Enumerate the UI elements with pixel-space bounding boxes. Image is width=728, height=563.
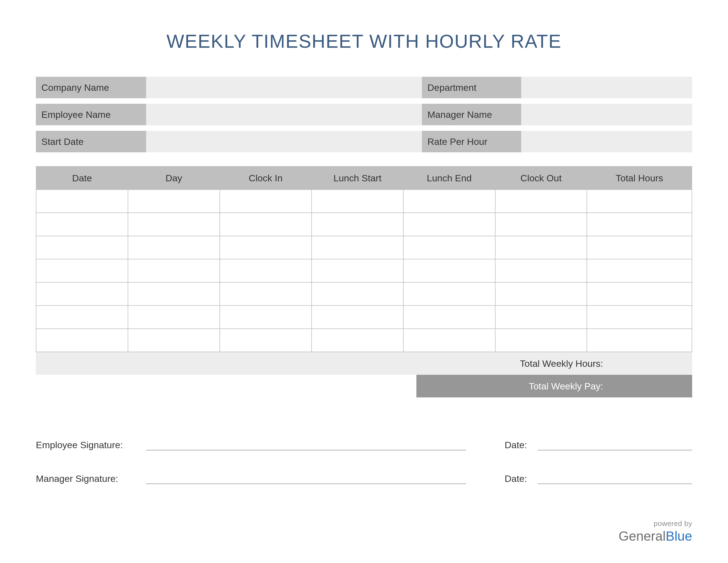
manager-signature-row: Manager Signature: Date: — [36, 473, 692, 484]
cell-lunch-end[interactable] — [403, 236, 495, 259]
cell-lunch-end[interactable] — [403, 189, 495, 213]
col-header-date: Date — [36, 166, 128, 189]
cell-date[interactable] — [36, 213, 128, 236]
header-row-company: Company Name Department — [36, 77, 692, 98]
cell-total-hours[interactable] — [587, 236, 692, 259]
cell-total-hours[interactable] — [587, 306, 692, 329]
total-weekly-hours-row: Total Weekly Hours: — [36, 352, 692, 375]
cell-clock-out[interactable] — [495, 306, 587, 329]
cell-date[interactable] — [36, 306, 128, 329]
cell-lunch-end[interactable] — [403, 306, 495, 329]
company-name-field[interactable] — [146, 77, 422, 98]
employee-name-field[interactable] — [146, 104, 422, 125]
manager-signature-line[interactable] — [146, 473, 466, 484]
total-weekly-pay-bar: Total Weekly Pay: — [416, 375, 692, 398]
cell-lunch-start[interactable] — [312, 329, 403, 352]
table-row — [36, 282, 692, 306]
manager-signature-date-line[interactable] — [538, 473, 692, 484]
cell-day[interactable] — [128, 236, 220, 259]
cell-day[interactable] — [128, 306, 220, 329]
header-row-employee: Employee Name Manager Name — [36, 104, 692, 125]
cell-total-hours[interactable] — [587, 189, 692, 213]
cell-day[interactable] — [128, 213, 220, 236]
manager-signature-date-label: Date: — [505, 473, 538, 484]
logo-text-blue: Blue — [666, 529, 692, 543]
cell-lunch-start[interactable] — [312, 236, 403, 259]
rate-per-hour-field[interactable] — [521, 131, 692, 152]
cell-date[interactable] — [36, 282, 128, 306]
col-header-day: Day — [128, 166, 220, 189]
cell-date[interactable] — [36, 236, 128, 259]
cell-lunch-end[interactable] — [403, 259, 495, 282]
cell-day[interactable] — [128, 259, 220, 282]
cell-clock-in[interactable] — [220, 329, 312, 352]
cell-day[interactable] — [128, 282, 220, 306]
powered-by-label: powered by — [619, 519, 692, 528]
cell-clock-out[interactable] — [495, 329, 587, 352]
total-weekly-hours-label: Total Weekly Hours: — [36, 358, 605, 369]
cell-total-hours[interactable] — [587, 259, 692, 282]
timesheet-table: Date Day Clock In Lunch Start Lunch End … — [36, 166, 692, 352]
table-row — [36, 213, 692, 236]
signatures-section: Employee Signature: Date: Manager Signat… — [36, 439, 692, 484]
cell-clock-out[interactable] — [495, 282, 587, 306]
total-weekly-pay-label: Total Weekly Pay: — [416, 381, 605, 392]
start-date-field[interactable] — [146, 131, 422, 152]
cell-lunch-start[interactable] — [312, 213, 403, 236]
cell-clock-out[interactable] — [495, 236, 587, 259]
col-header-lunch-end: Lunch End — [403, 166, 495, 189]
cell-clock-in[interactable] — [220, 236, 312, 259]
cell-clock-in[interactable] — [220, 282, 312, 306]
cell-clock-in[interactable] — [220, 306, 312, 329]
employee-signature-line[interactable] — [146, 439, 466, 450]
manager-name-field[interactable] — [521, 104, 692, 125]
cell-lunch-end[interactable] — [403, 282, 495, 306]
cell-total-hours[interactable] — [587, 329, 692, 352]
employee-signature-row: Employee Signature: Date: — [36, 439, 692, 450]
cell-clock-in[interactable] — [220, 259, 312, 282]
col-header-clock-in: Clock In — [220, 166, 312, 189]
col-header-total-hours: Total Hours — [587, 166, 692, 189]
manager-name-label: Manager Name — [422, 104, 521, 125]
timesheet-page: WEEKLY TIMESHEET WITH HOURLY RATE Compan… — [0, 0, 728, 563]
cell-lunch-start[interactable] — [312, 189, 403, 213]
logo-text-general: General — [619, 529, 666, 543]
cell-clock-in[interactable] — [220, 213, 312, 236]
cell-lunch-end[interactable] — [403, 329, 495, 352]
table-row — [36, 236, 692, 259]
generalblue-logo: GeneralBlue — [619, 529, 692, 544]
employee-signature-date-label: Date: — [505, 440, 538, 450]
footer: powered by GeneralBlue — [619, 519, 692, 544]
cell-clock-out[interactable] — [495, 189, 587, 213]
employee-name-label: Employee Name — [36, 104, 146, 125]
cell-date[interactable] — [36, 189, 128, 213]
cell-lunch-start[interactable] — [312, 282, 403, 306]
company-name-label: Company Name — [36, 77, 146, 98]
table-row — [36, 306, 692, 329]
cell-day[interactable] — [128, 189, 220, 213]
cell-clock-in[interactable] — [220, 189, 312, 213]
cell-day[interactable] — [128, 329, 220, 352]
manager-signature-label: Manager Signature: — [36, 473, 146, 484]
cell-date[interactable] — [36, 259, 128, 282]
header-row-date: Start Date Rate Per Hour — [36, 131, 692, 152]
cell-clock-out[interactable] — [495, 213, 587, 236]
cell-total-hours[interactable] — [587, 213, 692, 236]
cell-total-hours[interactable] — [587, 282, 692, 306]
col-header-lunch-start: Lunch Start — [312, 166, 403, 189]
page-title: WEEKLY TIMESHEET WITH HOURLY RATE — [36, 30, 692, 52]
table-row — [36, 259, 692, 282]
employee-signature-label: Employee Signature: — [36, 440, 146, 450]
cell-lunch-start[interactable] — [312, 259, 403, 282]
cell-lunch-start[interactable] — [312, 306, 403, 329]
table-row — [36, 189, 692, 213]
cell-clock-out[interactable] — [495, 259, 587, 282]
employee-signature-date-line[interactable] — [538, 439, 692, 450]
totals-section: Total Weekly Hours: Total Weekly Pay: — [36, 352, 692, 398]
table-header-row: Date Day Clock In Lunch Start Lunch End … — [36, 166, 692, 189]
rate-per-hour-label: Rate Per Hour — [422, 131, 521, 152]
cell-lunch-end[interactable] — [403, 213, 495, 236]
table-row — [36, 329, 692, 352]
cell-date[interactable] — [36, 329, 128, 352]
department-field[interactable] — [521, 77, 692, 98]
